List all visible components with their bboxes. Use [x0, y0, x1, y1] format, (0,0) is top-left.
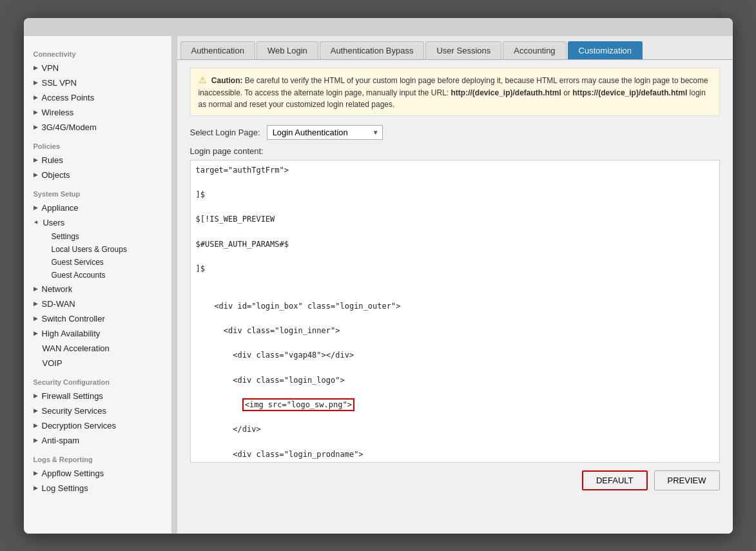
sidebar-item-label: Appliance — [42, 203, 79, 213]
sidebar-item-local-users[interactable]: Local Users & Groups — [42, 243, 171, 256]
tab-auth-bypass[interactable]: Authentication Bypass — [320, 41, 425, 59]
sidebar-item-label: 3G/4G/Modem — [42, 122, 97, 132]
chevron-right-icon: ▶ — [34, 94, 38, 101]
titlebar — [24, 18, 733, 36]
sidebar-item-label: Firewall Settings — [42, 391, 103, 401]
sidebar-item-high-availability[interactable]: ▶High Availability — [24, 326, 171, 341]
chevron-right-icon: ▶ — [34, 157, 38, 163]
select-login-row: Select Login Page: Login AuthenticationW… — [190, 125, 720, 140]
default-button[interactable]: DEFAULT — [582, 470, 648, 490]
sidebar-item-sd-wan[interactable]: ▶SD-WAN — [24, 296, 171, 311]
chevron-right-icon: ▶ — [34, 79, 38, 86]
sidebar-item-wireless[interactable]: ▶Wireless — [24, 105, 171, 120]
preview-button[interactable]: PREVIEW — [654, 470, 720, 490]
chevron-right-icon: ▶ — [34, 109, 38, 115]
caution-icon: ⚠ — [199, 75, 207, 85]
caution-box: ⚠ Caution: Be careful to verify the HTML… — [190, 68, 720, 116]
select-login-label: Select Login Page: — [190, 128, 260, 137]
sidebar-item-settings[interactable]: Settings — [42, 230, 171, 243]
sidebar-item-network[interactable]: ▶Network — [24, 282, 171, 296]
sidebar-sub-users: SettingsLocal Users & GroupsGuest Servic… — [24, 230, 171, 282]
sidebar-section-label: System Setup — [24, 182, 171, 200]
content-area: ⚠ Caution: Be careful to verify the HTML… — [177, 60, 733, 534]
sidebar-item-guest-accounts[interactable]: Guest Accounts — [42, 269, 171, 282]
chevron-right-icon: ▶ — [34, 315, 38, 322]
sidebar-item-label: High Availability — [42, 329, 101, 338]
sidebar-item-appliance[interactable]: ▶Appliance — [24, 200, 171, 215]
chevron-right-icon: ▶ — [34, 437, 38, 443]
code-editor[interactable]: target="authTgtFrm"> ]$ $[!IS_WEB_PREVIE… — [190, 160, 720, 463]
sidebar-item-voip[interactable]: VOIP — [24, 356, 171, 371]
chevron-right-icon: ▶ — [34, 171, 38, 178]
sidebar-section-label: Security Configuration — [24, 371, 171, 389]
sidebar-item-decryption-services[interactable]: ▶Decryption Services — [24, 418, 171, 433]
sidebar-item-label: VPN — [42, 63, 59, 73]
sidebar-item-modem[interactable]: ▶3G/4G/Modem — [24, 120, 171, 135]
select-wrapper[interactable]: Login AuthenticationWeb LoginGuest Servi… — [267, 125, 383, 140]
caution-text: Caution: Be careful to verify the HTML o… — [199, 76, 708, 109]
sidebar-item-appflow-settings[interactable]: ▶Appflow Settings — [24, 466, 171, 481]
sidebar-item-users[interactable]: ▼Users — [24, 215, 171, 230]
sidebar-item-label: Rules — [42, 155, 63, 165]
sidebar-item-firewall-settings[interactable]: ▶Firewall Settings — [24, 389, 171, 403]
chevron-right-icon: ▶ — [34, 470, 38, 476]
sidebar-item-label: Decryption Services — [42, 421, 117, 430]
sidebar-item-label: Log Settings — [42, 483, 88, 493]
sidebar-item-label: Switch Controller — [42, 314, 105, 324]
chevron-right-icon: ▶ — [34, 64, 38, 71]
chevron-right-icon: ▶ — [34, 422, 38, 429]
main-window: Connectivity▶VPN▶SSL VPN▶Access Points▶W… — [24, 18, 733, 534]
sidebar-section-label: Policies — [24, 135, 171, 153]
sidebar-item-label: Access Points — [42, 93, 95, 102]
sidebar-item-label: Wireless — [42, 108, 74, 117]
tab-authentication[interactable]: Authentication — [180, 41, 255, 59]
sidebar: Connectivity▶VPN▶SSL VPN▶Access Points▶W… — [24, 36, 172, 534]
chevron-right-icon: ▶ — [34, 285, 38, 292]
chevron-right-icon: ▶ — [34, 124, 38, 130]
sidebar-section-label: Logs & Reporting — [24, 448, 171, 466]
sidebar-item-label: VOIP — [43, 358, 63, 368]
tab-accounting[interactable]: Accounting — [503, 41, 566, 59]
sidebar-item-label: Users — [43, 218, 64, 227]
sidebar-item-security-services[interactable]: ▶Security Services — [24, 403, 171, 418]
sidebar-item-label: SD-WAN — [42, 299, 75, 309]
sidebar-item-label: WAN Acceleration — [43, 343, 110, 353]
tab-user-sessions[interactable]: User Sessions — [425, 41, 501, 59]
sidebar-item-switch-controller[interactable]: ▶Switch Controller — [24, 311, 171, 326]
sidebar-item-rules[interactable]: ▶Rules — [24, 153, 171, 168]
sidebar-item-label: Anti-spam — [42, 436, 80, 445]
sidebar-section-label: Connectivity — [24, 43, 171, 61]
main-content: AuthenticationWeb LoginAuthentication By… — [177, 36, 733, 534]
sidebar-divider — [172, 36, 177, 534]
chevron-right-icon: ▶ — [34, 204, 38, 211]
sidebar-item-label: Network — [42, 284, 73, 294]
chevron-right-icon: ▶ — [34, 485, 38, 491]
sidebar-item-vpn[interactable]: ▶VPN — [24, 61, 171, 75]
sidebar-item-objects[interactable]: ▶Objects — [24, 168, 171, 182]
tab-web-login[interactable]: Web Login — [257, 41, 318, 59]
tabs-bar: AuthenticationWeb LoginAuthentication By… — [177, 36, 733, 60]
sidebar-item-wan-accel[interactable]: WAN Acceleration — [24, 341, 171, 356]
sidebar-item-label: Objects — [42, 170, 70, 180]
sidebar-item-anti-spam[interactable]: ▶Anti-spam — [24, 433, 171, 448]
content-label: Login page content: — [190, 146, 720, 156]
sidebar-item-log-settings[interactable]: ▶Log Settings — [24, 481, 171, 496]
sidebar-item-label: SSL VPN — [42, 78, 77, 88]
sidebar-item-guest-services[interactable]: Guest Services — [42, 256, 171, 269]
select-login-dropdown[interactable]: Login AuthenticationWeb LoginGuest Servi… — [267, 125, 383, 140]
sidebar-item-access-points[interactable]: ▶Access Points — [24, 90, 171, 105]
chevron-right-icon: ▶ — [34, 330, 38, 336]
chevron-right-icon: ▶ — [34, 392, 38, 399]
sidebar-item-label: Security Services — [42, 406, 106, 416]
tab-customization[interactable]: Customization — [568, 41, 643, 59]
chevron-right-icon: ▶ — [34, 407, 38, 414]
chevron-right-icon: ▶ — [34, 300, 38, 307]
sidebar-item-ssl-vpn[interactable]: ▶SSL VPN — [24, 75, 171, 90]
chevron-right-icon: ▼ — [33, 220, 39, 226]
buttons-row: DEFAULT PREVIEW — [190, 470, 720, 490]
sidebar-item-label: Appflow Settings — [42, 469, 104, 478]
